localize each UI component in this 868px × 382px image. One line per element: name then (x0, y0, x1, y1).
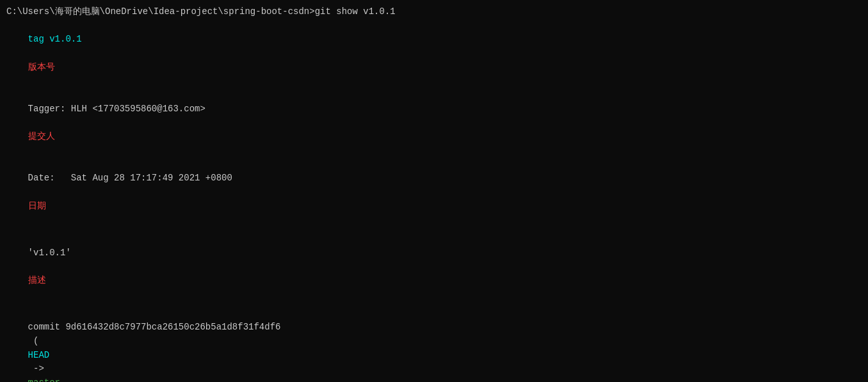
tag-label: 版本号 (28, 62, 55, 72)
desc-spacer (28, 261, 71, 271)
commit-master: master (28, 378, 60, 382)
tagger-text: Tagger: HLH <17703595860@163.com> (28, 104, 205, 114)
tag-spacer (28, 48, 82, 58)
commit-head: HEAD (28, 350, 50, 360)
prompt-top-line: C:\Users\海哥的电脑\OneDrive\Idea-project\spr… (6, 5, 862, 19)
date1-label: 日期 (28, 201, 46, 211)
description-label: 描述 (28, 275, 46, 285)
date1-spacer (28, 187, 77, 197)
terminal-window: C:\Users\海哥的电脑\OneDrive\Idea-project\spr… (6, 5, 862, 382)
commit-hash-text: commit 9d616432d8c7977bca26150c26b5a1d8f… (28, 322, 281, 332)
commit-refs-open: ( (28, 336, 39, 346)
date1-line: Date: Sat Aug 28 17:17:49 2021 +0800 日期 (6, 158, 862, 227)
tagger-spacer (28, 118, 50, 128)
commit-line: commit 9d616432d8c7977bca26150c26b5a1d8f… (6, 306, 862, 382)
tagger-line: Tagger: HLH <17703595860@163.com> 提交人 (6, 88, 862, 157)
tag-line: tag v1.0.1 版本号 (6, 19, 862, 88)
commit-arrow: -> (28, 363, 50, 374)
tag-text: tag v1.0.1 (28, 34, 82, 44)
date1-text: Date: Sat Aug 28 17:17:49 2021 +0800 (28, 173, 232, 183)
tagger-label: 提交人 (28, 131, 55, 141)
description-line: 'v1.0.1' 描述 (6, 232, 862, 301)
description-text: 'v1.0.1' (28, 248, 71, 258)
